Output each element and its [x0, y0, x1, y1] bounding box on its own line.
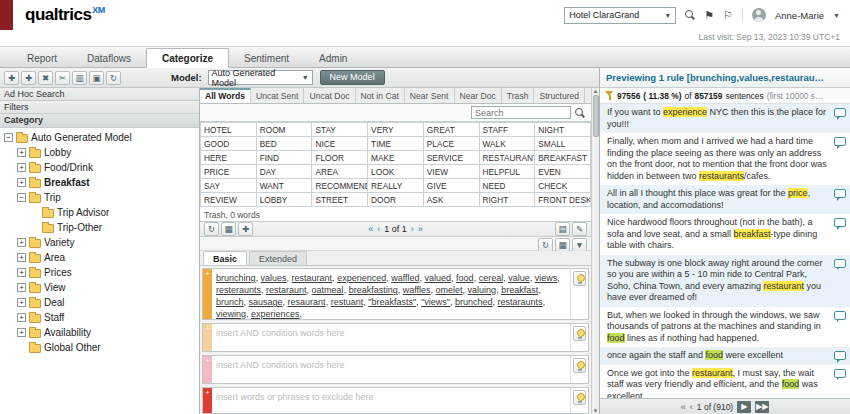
cut-icon[interactable]: ✂ — [55, 71, 70, 85]
or-rule-handle[interactable]: + — [203, 269, 212, 319]
comment-bubble-icon[interactable] — [834, 351, 846, 360]
scrollbar-thumb[interactable] — [593, 95, 599, 137]
account-select[interactable]: Hotel ClaraGrand ▼ — [564, 7, 676, 24]
word-cell-here[interactable]: HERE — [201, 151, 257, 165]
word-tab-near-doc[interactable]: Near Doc — [455, 88, 502, 103]
and-condition-box-1[interactable]: insert AND condition words here — [212, 324, 570, 351]
word-cell-look[interactable]: LOOK — [368, 165, 424, 179]
word-tab-uncat-doc[interactable]: Uncat Doc — [304, 88, 355, 103]
word-cell-make[interactable]: MAKE — [368, 151, 424, 165]
word-tab-trash[interactable]: Trash — [502, 88, 535, 103]
word-cell-bed[interactable]: BED — [256, 137, 312, 151]
paste-icon[interactable]: ▣ — [89, 71, 104, 85]
tree-item-trip-advisor[interactable]: Trip Advisor — [0, 205, 199, 220]
download-icon[interactable]: ▼ — [572, 238, 587, 252]
or-word[interactable]: oatmeal — [312, 285, 344, 295]
word-cell-really[interactable]: REALLY — [368, 179, 424, 193]
or-word[interactable]: restaraunt — [266, 285, 307, 295]
scroll-down-icon[interactable]: ▼ — [593, 408, 599, 414]
word-cell-right[interactable]: RIGHT — [479, 193, 535, 207]
word-cell-view[interactable]: VIEW — [423, 165, 479, 179]
lightbulb-icon[interactable] — [573, 271, 586, 286]
word-cell-even[interactable]: EVEN — [535, 165, 591, 179]
first-page-icon[interactable]: « — [681, 402, 686, 412]
first-page-icon[interactable]: « — [368, 225, 373, 234]
new-model-button[interactable]: New Model — [320, 70, 385, 85]
delete-category-icon[interactable]: ✖ — [38, 71, 53, 85]
expand-icon[interactable]: + — [17, 253, 26, 262]
sidebar-section-filters[interactable]: Filters — [0, 101, 199, 114]
word-tab-not-in-cat[interactable]: Not in Cat — [356, 88, 405, 103]
expand-icon[interactable]: + — [17, 148, 26, 157]
exclude-rule-handle[interactable]: + — [203, 388, 212, 413]
word-cell-need[interactable]: NEED — [479, 179, 535, 193]
search-icon[interactable] — [575, 108, 585, 118]
expand-icon[interactable]: + — [17, 178, 26, 187]
expand-icon[interactable]: + — [17, 238, 26, 247]
word-cell-day[interactable]: DAY — [256, 165, 312, 179]
table-icon[interactable]: ▦ — [555, 238, 570, 252]
word-cell-helpful[interactable]: HELPFUL — [479, 165, 535, 179]
words-search-input[interactable] — [471, 106, 571, 119]
tab-report[interactable]: Report — [12, 49, 72, 67]
model-select[interactable]: Auto Generated Model ▼ — [208, 70, 313, 85]
add-icon[interactable]: ✚ — [238, 222, 253, 236]
tree-item-trip[interactable]: −Trip — [0, 190, 199, 205]
word-cell-restaurant[interactable]: RESTAURANT — [479, 151, 535, 165]
word-cell-door[interactable]: DOOR — [368, 193, 424, 207]
word-cell-stay[interactable]: STAY — [312, 123, 368, 137]
word-cell-street[interactable]: STREET — [312, 193, 368, 207]
or-word[interactable]: experienced — [337, 273, 386, 283]
tab-categorize[interactable]: Categorize — [146, 48, 229, 68]
word-cell-service[interactable]: SERVICE — [423, 151, 479, 165]
word-cell-place[interactable]: PLACE — [423, 137, 479, 151]
comment-bubble-icon[interactable] — [834, 108, 846, 117]
word-cell-front-desk[interactable]: FRONT DESK — [535, 193, 591, 207]
user-menu-chevron-icon[interactable]: ▼ — [833, 12, 840, 19]
or-word[interactable]: restuant — [331, 297, 364, 307]
sentence-item[interactable]: The subway is one block away right aroun… — [600, 255, 850, 307]
expand-icon[interactable]: + — [17, 283, 26, 292]
or-word[interactable]: brunched — [455, 297, 493, 307]
word-tab-structured[interactable]: Structured — [534, 88, 585, 103]
refresh-icon[interactable]: ↻ — [204, 222, 219, 236]
scroll-up-icon[interactable]: ▲ — [593, 88, 599, 94]
or-word[interactable]: experiences — [251, 309, 300, 319]
comment-bubble-icon[interactable] — [834, 189, 846, 198]
word-cell-very[interactable]: VERY — [368, 123, 424, 137]
collapse-icon[interactable]: − — [4, 133, 13, 142]
word-tab-uncat-sent[interactable]: Uncat Sent — [251, 88, 305, 103]
word-cell-small[interactable]: SMALL — [535, 137, 591, 151]
comment-bubble-icon[interactable] — [834, 311, 846, 320]
tree-item-lobby[interactable]: +Lobby — [0, 145, 199, 160]
vertical-scrollbar[interactable]: ▲ ▼ — [591, 88, 599, 414]
or-word[interactable]: viewing — [216, 309, 246, 319]
and-rule-handle[interactable]: + — [203, 356, 212, 383]
expand-icon[interactable]: + — [17, 328, 26, 337]
or-word[interactable]: restaraunts — [498, 297, 543, 307]
tree-item-food-drink[interactable]: +Food/Drink — [0, 160, 199, 175]
sort-icon[interactable]: ▤ — [555, 222, 570, 236]
tree-item-breakfast[interactable]: +Breakfast — [0, 175, 199, 190]
collapse-icon[interactable]: − — [17, 193, 26, 202]
word-cell-time[interactable]: TIME — [368, 137, 424, 151]
or-word[interactable]: food — [456, 273, 474, 283]
expand-icon[interactable]: + — [17, 163, 26, 172]
tree-item-availability[interactable]: +Availability — [0, 325, 199, 340]
word-cell-great[interactable]: GREAT — [423, 123, 479, 137]
tab-admin[interactable]: Admin — [304, 49, 362, 67]
tree-item-staff[interactable]: +Staff — [0, 310, 199, 325]
comment-bubble-icon[interactable] — [834, 259, 846, 268]
sentence-item[interactable]: once again the staff and food were excel… — [600, 347, 850, 365]
and-condition-box-2[interactable]: insert AND condition words here — [212, 356, 570, 383]
or-word[interactable]: waffled — [391, 273, 419, 283]
flag-outline-icon[interactable]: ⚐ — [723, 10, 733, 21]
filter-funnel-icon[interactable] — [605, 91, 614, 101]
lightbulb-icon[interactable] — [573, 358, 586, 373]
or-word[interactable]: brunch — [216, 297, 244, 307]
word-tab-all-words[interactable]: All Words — [200, 88, 251, 103]
next-page-icon[interactable]: › — [411, 225, 414, 234]
or-word[interactable]: breakfasting — [349, 285, 398, 295]
tree-item-global-other[interactable]: Global Other — [0, 340, 199, 355]
tab-dataflows[interactable]: Dataflows — [72, 49, 146, 67]
